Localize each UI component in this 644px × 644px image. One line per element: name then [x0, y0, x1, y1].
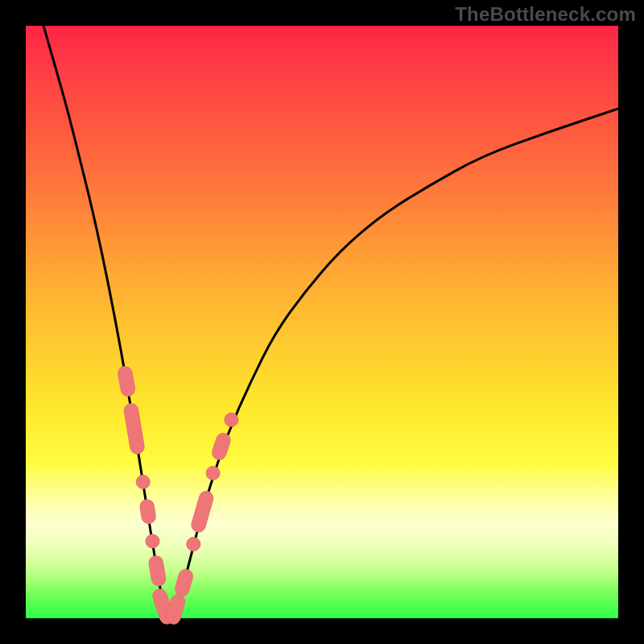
chart-svg — [26, 26, 618, 618]
marker-pill — [125, 374, 128, 389]
marker-dot — [146, 535, 159, 548]
marker-dot — [206, 466, 220, 480]
markers-group — [125, 374, 238, 617]
marker-pill — [219, 440, 223, 452]
marker-dot — [187, 538, 200, 551]
marker-pill — [199, 498, 206, 525]
marker-pill — [147, 506, 149, 516]
marker-pill — [159, 596, 167, 617]
marker-dot — [225, 413, 238, 427]
marker-pill — [131, 411, 137, 447]
attribution-text: TheBottleneck.com — [455, 3, 636, 26]
marker-pill — [173, 601, 177, 617]
curve-group — [43, 26, 618, 618]
marker-pill — [156, 563, 159, 579]
bottleneck-curve-path — [43, 26, 618, 618]
marker-dot — [136, 475, 150, 489]
marker-pill — [182, 576, 185, 589]
bottleneck-chart — [26, 26, 618, 618]
